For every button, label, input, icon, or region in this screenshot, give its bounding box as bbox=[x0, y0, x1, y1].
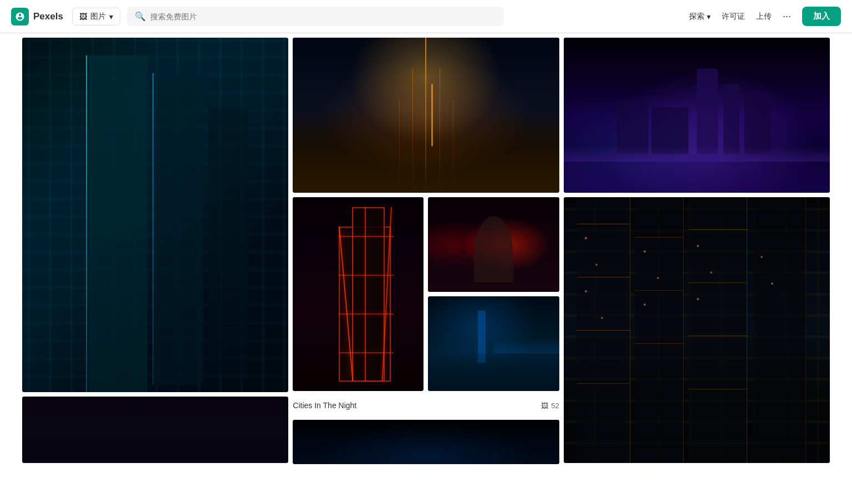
media-type-label: 图片 bbox=[90, 12, 106, 22]
grid-column-2: Cities In The Night 🖼 52 bbox=[293, 38, 559, 464]
upload-link[interactable]: 上传 bbox=[756, 12, 772, 22]
search-input[interactable] bbox=[150, 12, 496, 21]
image-type-icon: 🖼 bbox=[79, 12, 87, 21]
grid-mid-right-col bbox=[428, 197, 559, 391]
license-label: 许可证 bbox=[722, 12, 745, 22]
media-type-button[interactable]: 🖼 图片 ▾ bbox=[72, 8, 120, 25]
image-dark-building-bottom[interactable] bbox=[22, 397, 288, 463]
collection-count: 🖼 52 bbox=[541, 402, 559, 410]
explore-chevron-icon: ▾ bbox=[707, 12, 711, 21]
image-aerial-city[interactable] bbox=[293, 38, 559, 193]
more-button[interactable]: ··· bbox=[783, 11, 791, 22]
image-person-night[interactable] bbox=[428, 197, 559, 292]
logo-text: Pexels bbox=[33, 11, 63, 22]
license-link[interactable]: 许可证 bbox=[722, 12, 745, 22]
chevron-down-icon: ▾ bbox=[109, 12, 113, 21]
grid-column-3 bbox=[564, 38, 830, 464]
header-right: 探索 ▾ 许可证 上传 ··· 加入 bbox=[689, 7, 841, 26]
join-button[interactable]: 加入 bbox=[802, 7, 841, 26]
upload-label: 上传 bbox=[756, 12, 772, 22]
header: Pexels 🖼 图片 ▾ 🔍 探索 ▾ 许可证 上传 ··· 加入 bbox=[0, 0, 852, 33]
image-tall-building-teal[interactable] bbox=[22, 38, 288, 392]
grid-column-1 bbox=[22, 38, 288, 464]
image-lighthouse[interactable] bbox=[428, 296, 559, 391]
image-night-street-bottom[interactable] bbox=[293, 420, 559, 464]
collection-count-number: 52 bbox=[551, 402, 559, 410]
collection-footer: Cities In The Night 🖼 52 bbox=[293, 395, 559, 415]
grid-mid-subgrid bbox=[293, 197, 559, 391]
pexels-logo-icon bbox=[11, 8, 29, 25]
collection-icon: 🖼 bbox=[541, 402, 548, 410]
masonry-grid: Cities In The Night 🖼 52 bbox=[22, 38, 830, 464]
search-bar[interactable]: 🔍 bbox=[127, 7, 504, 26]
explore-link[interactable]: 探索 ▾ bbox=[689, 12, 711, 22]
explore-label: 探索 bbox=[689, 12, 705, 22]
search-icon: 🔍 bbox=[135, 11, 146, 22]
main-content: Cities In The Night 🖼 52 bbox=[0, 33, 852, 469]
image-neon-red-building[interactable] bbox=[293, 197, 424, 391]
logo-area[interactable]: Pexels bbox=[11, 8, 63, 25]
collection-title: Cities In The Night bbox=[293, 401, 356, 410]
image-purple-skyline[interactable] bbox=[564, 38, 830, 193]
image-gold-buildings[interactable] bbox=[564, 197, 830, 463]
